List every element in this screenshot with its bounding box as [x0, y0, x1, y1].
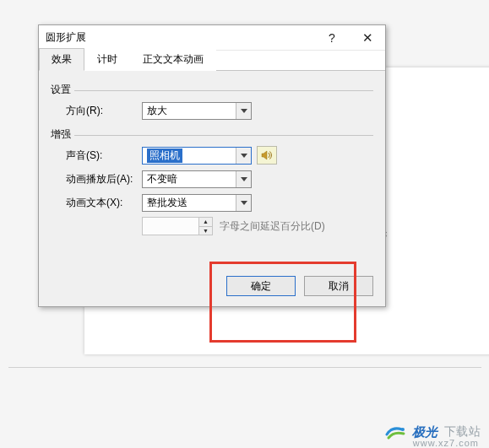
direction-label: 方向(R): [66, 104, 142, 118]
effect-options-dialog: 圆形扩展 ? ✕ 效果 计时 正文文本动画 设置 方向(R): 放大 增强 声 [38, 24, 386, 307]
field-percent-delay: ▲ ▼ 字母之间延迟百分比(D) [66, 214, 373, 238]
dialog-body: 设置 方向(R): 放大 增强 声音(S): 照相机 [39, 71, 385, 246]
watermark-logo-icon [385, 421, 407, 443]
group-settings-label: 设置 [51, 83, 373, 97]
cancel-button[interactable]: 取消 [304, 276, 373, 296]
chevron-down-icon [236, 171, 251, 187]
watermark-url: www.xz7.com [413, 438, 479, 448]
group-enhance-text: 增强 [51, 127, 71, 142]
anim-text-select[interactable]: 整批发送 [142, 194, 252, 212]
group-divider [74, 135, 373, 136]
field-anim-text: 动画文本(X): 整批发送 [66, 191, 373, 214]
anim-text-value: 整批发送 [147, 196, 187, 210]
field-after-animation: 动画播放后(A): 不变暗 [66, 167, 373, 191]
anim-text-label: 动画文本(X): [66, 196, 142, 210]
chevron-down-icon [236, 103, 251, 119]
field-sound: 声音(S): 照相机 [66, 143, 373, 167]
spinner-down-icon[interactable]: ▼ [198, 227, 212, 235]
direction-select[interactable]: 放大 [142, 102, 252, 120]
sound-select[interactable]: 照相机 [142, 147, 252, 165]
chevron-down-icon [236, 195, 251, 211]
group-divider [74, 90, 373, 91]
tabstrip: 效果 计时 正文文本动画 [39, 51, 385, 71]
preview-sound-button[interactable] [257, 146, 277, 165]
spinner-buttons: ▲ ▼ [198, 218, 212, 235]
chevron-down-icon [236, 148, 251, 164]
after-anim-select[interactable]: 不变暗 [142, 170, 252, 188]
tab-timing[interactable]: 计时 [84, 48, 130, 71]
direction-value: 放大 [147, 104, 167, 118]
after-anim-value: 不变暗 [147, 172, 177, 186]
field-direction: 方向(R): 放大 [66, 99, 373, 122]
close-button[interactable]: ✕ [350, 25, 385, 50]
sound-label: 声音(S): [66, 148, 142, 163]
sound-value: 照相机 [147, 148, 182, 163]
divider [8, 367, 481, 368]
group-enhance-label: 增强 [51, 127, 373, 142]
after-anim-label: 动画播放后(A): [66, 172, 142, 186]
help-button[interactable]: ? [314, 25, 350, 50]
tab-text-animation[interactable]: 正文文本动画 [130, 48, 216, 71]
spinner-up-icon[interactable]: ▲ [198, 218, 212, 227]
percent-spinner[interactable]: ▲ ▼ [142, 217, 213, 235]
dialog-buttons: 确定 取消 [226, 276, 373, 296]
ok-button[interactable]: 确定 [226, 276, 296, 296]
percent-input[interactable] [143, 218, 198, 235]
speaker-icon [261, 150, 273, 160]
tab-effect[interactable]: 效果 [39, 48, 84, 71]
percent-label: 字母之间延迟百分比(D) [220, 219, 325, 234]
svg-point-0 [401, 428, 405, 431]
dialog-titlebar: 圆形扩展 ? ✕ [39, 25, 385, 51]
group-settings-text: 设置 [51, 83, 71, 97]
dialog-title: 圆形扩展 [46, 30, 314, 45]
